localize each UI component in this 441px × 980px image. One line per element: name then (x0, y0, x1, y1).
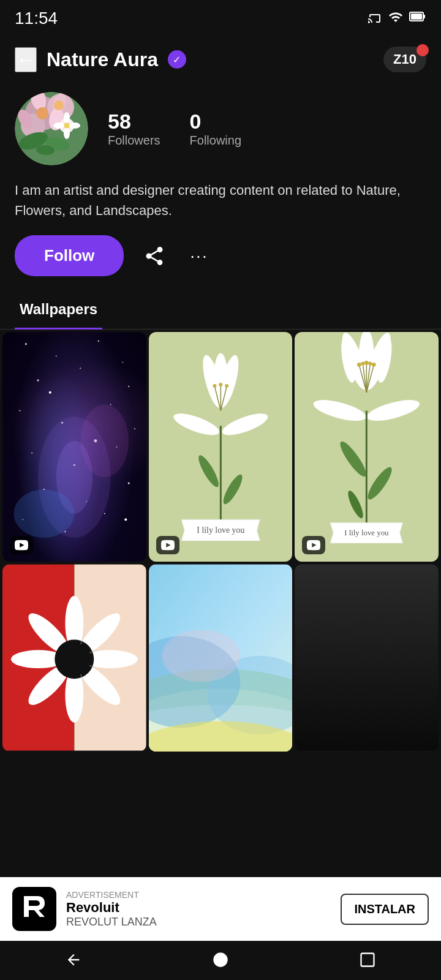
ad-meta: ADVERTISEMENT (66, 890, 331, 900)
battery-icon (409, 9, 426, 28)
following-label: Following (190, 134, 241, 148)
stats-container: 58 Followers 0 Following (108, 110, 241, 148)
svg-point-43 (49, 391, 51, 394)
status-icons (368, 9, 426, 28)
svg-point-42 (104, 513, 105, 514)
wallpapers-grid-row2 (0, 564, 441, 753)
tab-wallpapers[interactable]: Wallpapers (15, 288, 102, 330)
svg-rect-110 (295, 565, 439, 751)
svg-point-97 (55, 640, 94, 679)
nav-home-button[interactable] (205, 944, 236, 978)
profile-section: 58 Followers 0 Following I am an artist … (0, 82, 441, 288)
ad-banner: ADVERTISEMENT Revoluit REVOLUT LANZA INS… (0, 877, 441, 941)
svg-point-21 (53, 123, 64, 129)
svg-point-12 (36, 107, 48, 119)
svg-point-112 (213, 952, 227, 967)
nav-back-icon (65, 951, 82, 968)
svg-point-69 (365, 396, 422, 425)
header-left: ← Nature Aura ✓ (15, 47, 186, 72)
svg-rect-2 (411, 13, 422, 20)
action-buttons: Follow ··· (15, 235, 426, 276)
svg-point-24 (56, 356, 57, 357)
notification-button[interactable]: Z10 (383, 47, 426, 72)
bio: I am an artist and designer creating con… (15, 180, 426, 221)
notification-label: Z10 (393, 51, 417, 67)
svg-point-34 (31, 453, 32, 454)
svg-point-27 (37, 380, 39, 382)
svg-point-33 (134, 428, 135, 429)
bottom-nav (0, 941, 441, 980)
svg-rect-113 (361, 954, 374, 967)
svg-point-54 (219, 409, 270, 439)
status-bar: 11:54 (0, 0, 441, 34)
nav-recent-button[interactable] (352, 944, 383, 978)
svg-point-19 (64, 112, 70, 123)
ad-logo-text (19, 891, 50, 927)
grid-item-daisy[interactable] (2, 564, 146, 751)
svg-point-29 (128, 386, 129, 387)
svg-point-45 (124, 518, 127, 521)
svg-point-13 (54, 100, 64, 110)
grid-item-lily2[interactable]: I lily love you (295, 332, 439, 562)
ad-install-button[interactable]: INSTALAR (341, 894, 429, 925)
svg-point-39 (128, 483, 130, 484)
svg-point-26 (122, 361, 123, 363)
svg-point-58 (225, 384, 228, 388)
wifi-icon (388, 10, 403, 28)
svg-point-63 (220, 472, 245, 507)
svg-point-68 (312, 396, 369, 425)
followers-stat[interactable]: 58 Followers (108, 110, 160, 148)
avatar (15, 92, 88, 165)
grid-item-abstract[interactable] (149, 564, 293, 751)
svg-point-56 (213, 384, 216, 388)
grid-item-lily1[interactable]: I lily love you (149, 332, 293, 562)
share-icon (143, 245, 165, 267)
cast-icon (368, 10, 382, 28)
svg-point-83 (337, 439, 370, 480)
page-title: Nature Aura (47, 48, 158, 71)
nav-home-icon (212, 951, 229, 968)
svg-rect-1 (423, 15, 425, 18)
share-button[interactable] (136, 238, 173, 274)
svg-point-53 (171, 409, 221, 439)
more-button[interactable]: ··· (185, 241, 213, 271)
ad-info: ADVERTISEMENT Revoluit REVOLUT LANZA (66, 890, 331, 929)
tabs-section: Wallpapers (0, 288, 441, 330)
following-stat[interactable]: 0 Following (190, 110, 241, 148)
grid-item-dark[interactable] (295, 564, 439, 751)
wallpapers-grid: I lily love you (0, 330, 441, 564)
status-time: 11:54 (15, 9, 58, 28)
ad-title: Revoluit (66, 900, 331, 916)
notification-badge (417, 44, 429, 56)
svg-point-84 (364, 464, 396, 502)
nav-recent-icon (359, 951, 376, 968)
svg-point-30 (19, 410, 20, 411)
svg-point-23 (25, 343, 27, 345)
svg-point-20 (64, 128, 70, 139)
ad-subtitle: REVOLUT LANZA (66, 916, 331, 929)
svg-point-28 (80, 368, 81, 369)
svg-point-25 (98, 341, 99, 342)
svg-point-32 (110, 404, 111, 405)
svg-point-73 (357, 363, 361, 367)
follow-button[interactable]: Follow (15, 235, 124, 276)
svg-point-109 (162, 630, 240, 682)
play-badge-galaxy (10, 536, 33, 554)
svg-point-85 (345, 489, 366, 520)
verified-badge: ✓ (168, 50, 186, 69)
back-button[interactable]: ← (15, 47, 37, 72)
grid-item-galaxy[interactable] (2, 332, 146, 562)
svg-point-49 (80, 405, 129, 478)
header: ← Nature Aura ✓ Z10 (0, 34, 441, 82)
svg-text:I lily love you: I lily love you (345, 529, 390, 537)
svg-point-79 (361, 361, 365, 365)
svg-point-81 (369, 361, 372, 365)
svg-point-22 (69, 123, 80, 129)
ad-logo (12, 887, 56, 931)
svg-point-77 (364, 361, 369, 365)
followers-label: Followers (108, 134, 160, 148)
svg-rect-111 (295, 565, 439, 565)
play-badge-lily1 (156, 536, 179, 554)
nav-back-button[interactable] (58, 944, 89, 978)
play-badge-lily2 (302, 536, 325, 554)
